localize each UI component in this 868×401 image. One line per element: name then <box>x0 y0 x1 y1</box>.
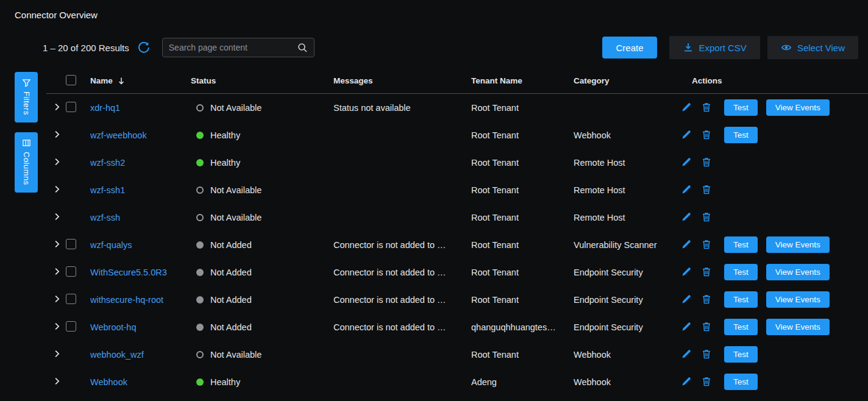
category-text: Vulnerability Scanner <box>574 240 681 250</box>
message-text: Connector is not added to … <box>333 268 471 277</box>
connector-name-link[interactable]: WithSecure5.5.0R3 <box>90 268 167 277</box>
view-events-button[interactable]: View Events <box>766 291 830 308</box>
row-checkbox[interactable] <box>66 321 76 332</box>
edit-icon[interactable] <box>681 157 692 168</box>
test-button[interactable]: Test <box>724 346 758 363</box>
view-events-button[interactable]: View Events <box>766 236 830 253</box>
expand-chevron-icon[interactable] <box>52 267 62 276</box>
expand-chevron-icon[interactable] <box>52 349 62 358</box>
status-label: Not Added <box>210 322 252 332</box>
delete-icon[interactable] <box>701 102 713 113</box>
delete-icon[interactable] <box>701 129 713 141</box>
expand-chevron-icon[interactable] <box>52 322 62 331</box>
delete-icon[interactable] <box>701 294 713 305</box>
delete-icon[interactable] <box>701 239 713 250</box>
connector-name-link[interactable]: xdr-hq1 <box>90 103 120 113</box>
expand-chevron-icon[interactable] <box>52 294 62 303</box>
connector-overview-page: Connector Overview 1 – 20 of 200 Results… <box>0 0 868 401</box>
connector-name-link[interactable]: withsecure-hq-root <box>90 295 163 305</box>
edit-icon[interactable] <box>681 294 692 305</box>
test-button[interactable]: Test <box>724 291 758 308</box>
expand-chevron-icon[interactable] <box>52 212 62 221</box>
search-icon[interactable] <box>297 42 308 53</box>
test-button[interactable]: Test <box>724 127 758 143</box>
table-row: Webroot-hq Not Added Connector is not ad… <box>46 313 868 341</box>
edit-icon[interactable] <box>681 321 692 333</box>
connector-name-link[interactable]: wzf-ssh1 <box>90 185 125 195</box>
delete-icon[interactable] <box>701 321 713 333</box>
expand-chevron-icon[interactable] <box>52 240 62 249</box>
select-view-button[interactable]: Select View <box>767 36 858 59</box>
expand-chevron-icon[interactable] <box>52 185 62 194</box>
connector-name-link[interactable]: wzf-ssh <box>90 213 120 222</box>
tenant-name: Root Tenant <box>471 185 574 195</box>
search-box[interactable] <box>162 38 315 57</box>
status-label: Not Added <box>210 268 252 277</box>
status-label: Not Added <box>210 295 252 305</box>
view-events-button[interactable]: View Events <box>766 99 830 116</box>
connector-name-link[interactable]: wzf-qualys <box>90 240 132 250</box>
test-button[interactable]: Test <box>724 99 758 116</box>
filters-tab[interactable]: Filters <box>15 72 38 122</box>
select-all-checkbox[interactable] <box>66 75 76 85</box>
edit-icon[interactable] <box>681 129 692 141</box>
export-csv-button[interactable]: Export CSV <box>669 36 760 59</box>
test-button[interactable]: Test <box>724 319 758 335</box>
tenant-name: Root Tenant <box>471 158 574 168</box>
row-checkbox[interactable] <box>66 102 76 112</box>
column-header-name[interactable]: Name <box>90 76 113 85</box>
connector-name-link[interactable]: wzf-weebhook <box>90 130 147 140</box>
row-checkbox[interactable] <box>66 266 76 277</box>
connector-name-link[interactable]: wzf-ssh2 <box>90 158 125 168</box>
row-checkbox[interactable] <box>66 239 76 249</box>
delete-icon[interactable] <box>701 266 713 278</box>
table-row: wzf-ssh2 Healthy Root Tenant Remote Host <box>46 149 868 176</box>
edit-icon[interactable] <box>681 349 692 360</box>
edit-icon[interactable] <box>681 184 692 196</box>
toolbar: 1 – 20 of 200 Results Create Export CSV … <box>43 35 862 60</box>
category-text: Remote Host <box>574 213 681 222</box>
expand-chevron-icon[interactable] <box>52 157 62 166</box>
status-label: Healthy <box>210 377 240 387</box>
create-button[interactable]: Create <box>602 37 656 59</box>
expand-chevron-icon[interactable] <box>52 102 62 112</box>
connector-name-link[interactable]: Webhook <box>90 377 127 387</box>
delete-icon[interactable] <box>701 376 713 388</box>
view-events-button[interactable]: View Events <box>766 319 830 335</box>
edit-icon[interactable] <box>681 102 692 113</box>
delete-icon[interactable] <box>701 157 713 168</box>
connector-name-link[interactable]: webhook_wzf <box>90 350 144 360</box>
edit-icon[interactable] <box>681 376 692 388</box>
test-button[interactable]: Test <box>724 264 758 280</box>
tenant-name: Root Tenant <box>471 240 574 250</box>
status-label: Not Available <box>210 185 261 195</box>
search-input[interactable] <box>169 43 297 52</box>
edit-icon[interactable] <box>681 266 692 278</box>
test-button[interactable]: Test <box>724 236 758 253</box>
eye-icon <box>781 42 792 53</box>
tenant-name: Root Tenant <box>471 213 574 222</box>
view-events-button[interactable]: View Events <box>766 264 830 280</box>
edit-icon[interactable] <box>681 211 692 223</box>
edit-icon[interactable] <box>681 239 692 250</box>
test-button[interactable]: Test <box>724 374 758 390</box>
delete-icon[interactable] <box>701 349 713 360</box>
expand-chevron-icon[interactable] <box>52 377 62 386</box>
delete-icon[interactable] <box>701 211 713 223</box>
table-row: wzf-weebhook Healthy Root Tenant Webhook… <box>46 121 868 149</box>
columns-tab[interactable]: Columns <box>15 132 38 193</box>
connector-name-link[interactable]: Webroot-hq <box>90 322 137 332</box>
tenant-name: Root Tenant <box>471 103 574 113</box>
category-text: Endpoint Security <box>574 268 681 277</box>
table-row: wzf-qualys Not Added Connector is not ad… <box>46 231 868 258</box>
refresh-icon[interactable] <box>138 41 150 54</box>
expand-chevron-icon[interactable] <box>52 130 62 139</box>
row-checkbox[interactable] <box>66 294 76 304</box>
status-label: Not Available <box>210 103 261 113</box>
sort-desc-icon[interactable] <box>117 77 126 85</box>
message-text: Status not available <box>333 103 471 113</box>
category-text: Remote Host <box>574 158 681 168</box>
status-label: Healthy <box>210 158 240 168</box>
delete-icon[interactable] <box>701 184 713 196</box>
columns-icon <box>22 138 31 147</box>
